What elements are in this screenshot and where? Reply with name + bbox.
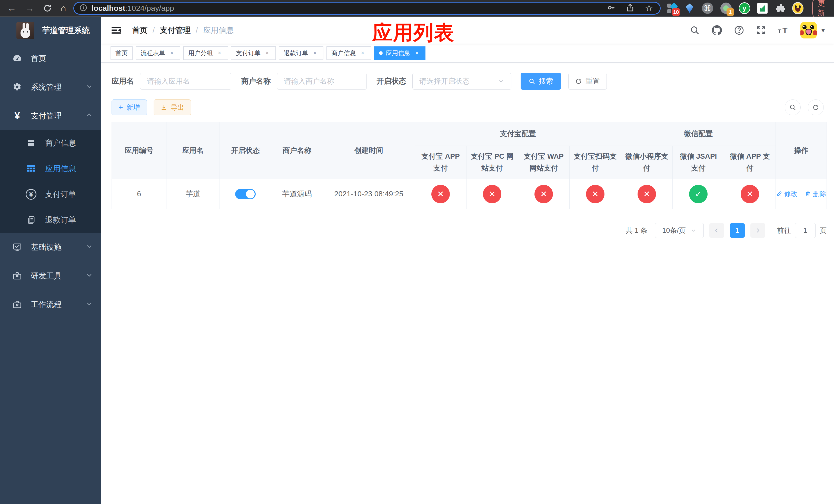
next-page-button[interactable]	[750, 223, 765, 238]
page-number-1[interactable]: 1	[730, 223, 745, 238]
status-icon: ✕	[483, 185, 501, 203]
avatar-image	[800, 22, 817, 39]
status-icon: ✕	[431, 185, 450, 203]
cell-status	[220, 179, 271, 209]
cell-alipay-app-status: ✕	[415, 179, 466, 209]
breadcrumb-home[interactable]: 首页	[132, 25, 148, 36]
close-icon[interactable]: ×	[359, 49, 366, 56]
extension-command-icon[interactable]: ⌘	[702, 3, 713, 14]
close-icon[interactable]: ×	[216, 49, 223, 56]
table-toolbar: + 新增 导出	[112, 99, 824, 115]
status-icon: ✓	[689, 185, 707, 203]
extension-blue-diamond-icon[interactable]: 10	[667, 3, 677, 14]
cell-alipay-wap-status: ✕	[518, 179, 570, 209]
forward-icon[interactable]: →	[25, 4, 35, 13]
sidebar-item-infrastructure[interactable]: 基础设施	[0, 233, 101, 261]
sidebar-item-payment[interactable]: ¥ 支付管理	[0, 101, 101, 130]
sidebar-item-system[interactable]: 系统管理	[0, 73, 101, 101]
sidebar-item-workflow[interactable]: 工作流程	[0, 290, 101, 319]
home-icon[interactable]: ⌂	[61, 4, 66, 13]
toolbox-icon	[11, 271, 24, 281]
extension-y-icon[interactable]: y	[739, 3, 750, 14]
site-info-icon[interactable]	[79, 4, 87, 13]
extension-recorder-icon[interactable]: 1	[720, 3, 732, 14]
export-button[interactable]: 导出	[154, 99, 191, 115]
page-content: 应用名 请输入应用名 商户名称 请输入商户名称 开启状态 请选择开启状态 搜索	[101, 63, 834, 504]
sidebar: 芋道管理系统 首页 系统管理 ¥ 支付管理	[0, 17, 101, 504]
page-size-select[interactable]: 10条/页	[655, 223, 704, 238]
tab-app-info[interactable]: 应用信息×	[374, 46, 425, 60]
sidebar-item-refund-orders[interactable]: 退款订单	[0, 207, 101, 233]
tab-merchant-info[interactable]: 商户信息×	[327, 46, 371, 60]
breadcrumb-current: 应用信息	[203, 25, 234, 36]
profile-avatar[interactable]	[792, 3, 804, 14]
extensions-puzzle-icon[interactable]	[775, 3, 785, 14]
status-toggle[interactable]	[235, 189, 256, 199]
edit-button[interactable]: 修改	[776, 189, 797, 199]
documents-icon	[25, 215, 38, 225]
user-avatar[interactable]: ▾	[800, 22, 825, 39]
tab-pay-orders[interactable]: 支付订单×	[231, 46, 276, 60]
apps-table: 应用编号 应用名 开启状态 商户名称 创建时间 支付宝配置 微信配置 操作 支付…	[112, 122, 827, 209]
cell-wechat-mini-status: ✕	[621, 179, 673, 209]
close-icon[interactable]: ×	[264, 49, 271, 56]
tab-refund-orders[interactable]: 退款订单×	[279, 46, 323, 60]
tab-process-form[interactable]: 流程表单×	[136, 46, 180, 60]
status-select[interactable]: 请选择开启状态	[412, 73, 511, 90]
merchant-name-label: 商户名称	[241, 76, 271, 86]
sidebar-item-home[interactable]: 首页	[0, 44, 101, 73]
delete-button[interactable]: 删除	[805, 189, 826, 199]
goto-page-input[interactable]: 1	[795, 223, 815, 238]
header-search-icon[interactable]	[689, 25, 700, 36]
sidebar-item-dev-tools[interactable]: 研发工具	[0, 261, 101, 290]
close-icon[interactable]: ×	[311, 49, 319, 56]
close-icon[interactable]: ×	[168, 49, 175, 56]
close-icon[interactable]: ×	[413, 49, 421, 56]
password-key-icon[interactable]	[607, 3, 615, 13]
sidebar-item-merchant-info[interactable]: 商户信息	[0, 130, 101, 156]
toggle-search-button[interactable]	[785, 99, 801, 115]
sidebar-logo[interactable]: 芋道管理系统	[0, 17, 101, 44]
pagination-total: 共 1 条	[626, 226, 647, 235]
download-icon	[160, 104, 167, 111]
cell-wechat-jsapi-status: ✓	[673, 179, 724, 209]
sidebar-collapse-icon[interactable]	[111, 25, 122, 36]
reset-button[interactable]: 重置	[568, 73, 607, 90]
add-button[interactable]: + 新增	[112, 99, 147, 115]
sidebar-item-app-info[interactable]: 应用信息	[0, 156, 101, 182]
tab-user-group[interactable]: 用户分组×	[183, 46, 228, 60]
cell-alipay-qr-status: ✕	[570, 179, 621, 209]
yen-icon: ¥	[11, 111, 24, 121]
bookmark-star-icon[interactable]: ☆	[645, 4, 653, 13]
svg-text:T: T	[778, 28, 782, 35]
prev-page-button[interactable]	[709, 223, 724, 238]
browser-nav-buttons: ← → ⌂	[5, 4, 70, 13]
font-size-icon[interactable]: TT	[777, 25, 789, 36]
merchant-name-input[interactable]: 请输入商户名称	[277, 73, 367, 90]
chevron-up-icon	[86, 112, 93, 120]
col-actions: 操作	[776, 122, 827, 179]
chevron-left-icon	[714, 227, 720, 233]
reload-icon[interactable]	[43, 4, 52, 13]
search-icon	[529, 78, 535, 85]
fullscreen-icon[interactable]	[756, 25, 766, 36]
share-icon[interactable]	[626, 3, 635, 13]
back-icon[interactable]: ←	[7, 4, 16, 13]
sidebar-item-pay-orders[interactable]: ¥ 支付订单	[0, 182, 101, 207]
url-bar[interactable]: localhost:1024/pay/app ☆	[73, 2, 661, 15]
pagination: 共 1 条 10条/页 1 前往 1 页	[112, 223, 827, 238]
breadcrumb-payment[interactable]: 支付管理	[160, 25, 191, 36]
col-alipay-wap: 支付宝 WAP 网站支付	[518, 146, 570, 179]
tags-view-bar: 首页 流程表单× 用户分组× 支付订单× 退款订单× 商户信息× 应用信息×	[101, 44, 834, 63]
refresh-table-button[interactable]	[808, 99, 824, 115]
extension-gem-icon[interactable]	[684, 3, 695, 14]
tab-home[interactable]: 首页	[111, 46, 133, 60]
search-button[interactable]: 搜索	[521, 73, 561, 90]
app-name-input[interactable]: 请输入应用名	[140, 73, 231, 90]
cell-alipay-pc-status: ✕	[466, 179, 518, 209]
col-created: 创建时间	[323, 122, 415, 179]
github-icon[interactable]	[711, 25, 722, 36]
extension-notes-icon[interactable]	[757, 3, 768, 14]
plus-icon: +	[118, 104, 123, 111]
help-icon[interactable]	[734, 25, 745, 36]
